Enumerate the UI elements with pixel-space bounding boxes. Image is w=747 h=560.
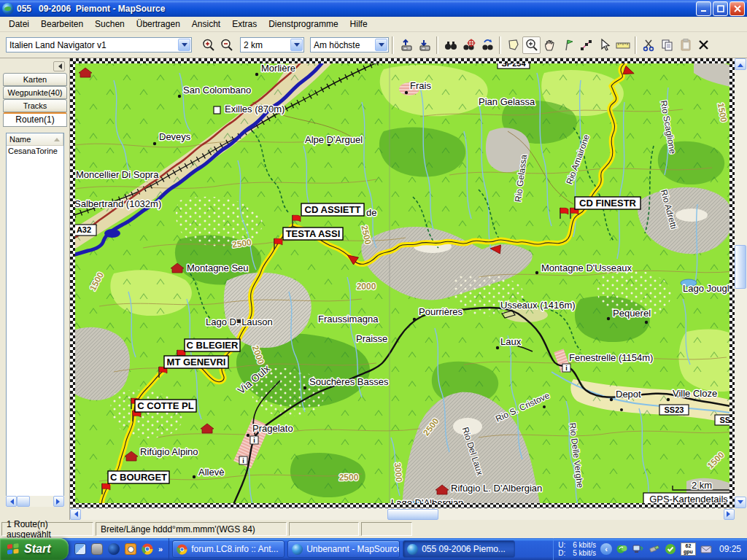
start-button[interactable]: Start [0,538,69,560]
messenger-icon[interactable] [74,543,86,555]
svg-text:i: i [253,437,255,444]
scroll-up-button[interactable] [735,58,746,70]
waypoint-label-c-cotte-pl: C COTTE PL [135,400,196,412]
svg-text:C BOURGET: C BOURGET [110,472,167,483]
scroll-thumb[interactable] [387,509,438,520]
maximize-button[interactable] [713,1,728,16]
chrome-icon[interactable] [142,543,153,555]
title-bar[interactable]: 055 09-2006 Piemont - MapSource [0,0,747,17]
zoom-tool-button[interactable] [522,36,541,54]
find-nearest-button[interactable] [460,36,478,54]
svg-text:Rifúgio L. D'Albergian: Rifúgio L. D'Albergian [451,483,542,494]
selection-tool-button[interactable] [595,36,614,54]
waypoint-label-c-blegier: C BLEGIER [185,339,240,351]
svg-text:MT GENEVRI: MT GENEVRI [167,357,226,368]
usb-device-icon[interactable] [649,543,660,555]
zoom-in-button[interactable] [199,36,217,54]
menu-bar: Datei Bearbeiten Suchen Übertragen Ansic… [0,17,747,32]
scroll-thumb[interactable] [735,245,746,289]
menu-bearbeiten[interactable]: Bearbeiten [35,18,89,31]
tab-tracks[interactable]: Tracks [3,99,67,112]
menu-uebertragen[interactable]: Übertragen [131,18,186,31]
sidebar-collapse-button[interactable] [53,61,65,71]
menu-suchen[interactable]: Suchen [89,18,131,31]
list-header[interactable]: Name [7,133,63,146]
route-tool-button[interactable] [577,36,595,54]
svg-text:Souchères Basses: Souchères Basses [309,376,389,387]
sidebar-horizontal-scrollbar[interactable] [6,496,64,507]
scroll-right-button[interactable] [724,509,735,520]
scroll-left-button[interactable] [6,496,17,507]
delete-button[interactable] [694,36,713,54]
task-button-mapsource-piemont[interactable]: 055 09-2006 Piemo... [403,540,515,558]
binoculars-arrow-icon [480,38,495,52]
map-polygon-icon [506,38,521,52]
mail-icon[interactable] [700,543,712,555]
map-product-select[interactable]: Italien Land Navigator v1 [6,37,192,52]
system-tray: U:6 kbit/s D:5 kbit/s ‹ 62gpu 09:25 [553,538,747,560]
waypoint-tool-button[interactable] [559,36,577,54]
dropdown-arrow-icon[interactable] [290,39,303,51]
map-detail-select[interactable]: Am höchste [310,37,389,52]
paste-button[interactable] [676,36,694,54]
svg-text:Fenestrelle (1154m): Fenestrelle (1154m) [569,352,653,363]
scroll-right-button[interactable] [53,496,64,507]
map-scale-select[interactable]: 2 km [240,37,304,52]
task-button-mapsource-unbenannt[interactable]: Unbenannt - MapSource [287,540,400,558]
task-button-browser[interactable]: forum.LC8.info :: Ant... [172,540,285,558]
antivirus-icon[interactable] [616,543,628,555]
menu-dienstprogramme[interactable]: Dienstprogramme [263,18,344,31]
map-horizontal-scrollbar[interactable] [70,508,735,520]
measure-tool-button[interactable] [614,36,632,54]
routes-list[interactable]: Name CesanaTorine [6,133,64,502]
receive-from-device-button[interactable] [415,36,433,54]
task-label: Unbenannt - MapSource [306,544,400,554]
mapsource-window: 055 09-2006 Piemont - MapSource Datei Be… [0,0,747,538]
find-next-button[interactable] [478,36,496,54]
map-canvas[interactable]: i i i 1500 2500 2500 2000 2000 2500 3000 [70,58,735,508]
route-list-item[interactable]: CesanaTorine [7,146,63,156]
cut-button[interactable] [640,36,658,54]
maximize-icon [716,4,725,13]
map-product-value: Italien Land Navigator v1 [9,40,107,50]
send-to-device-button[interactable] [397,36,415,54]
tray-collapse-chevron-icon[interactable]: ‹ [600,543,612,555]
upload-gps-icon [399,38,414,52]
map-detail-value: Am höchste [314,40,360,50]
tab-wegpunkte[interactable]: Wegpunkte(40) [3,86,67,99]
svg-text:CD FINESTR: CD FINESTR [579,198,637,209]
quick-launch-more-chevron[interactable]: » [158,545,163,553]
copy-button[interactable] [658,36,676,54]
menu-ansicht[interactable]: Ansicht [186,18,226,31]
scroll-down-button[interactable] [735,497,746,508]
close-button[interactable] [729,1,745,16]
find-button[interactable] [441,36,460,54]
status-field-empty [361,522,412,536]
map-select-tool-button[interactable] [504,36,522,54]
menu-hilfe[interactable]: Hilfe [344,18,374,31]
globe-icon[interactable] [108,543,120,555]
svg-text:Pragelato: Pragelato [252,423,293,434]
menu-datei[interactable]: Datei [3,18,35,31]
scroll-left-button[interactable] [70,509,81,520]
zoom-out-button[interactable] [217,36,236,54]
gray-app-icon[interactable] [91,543,103,555]
network-monitor-icon[interactable] [632,543,644,555]
status-bar: 1 Route(n) ausgewählt Breite/Länge hddd°… [0,520,747,538]
menu-extras[interactable]: Extras [226,18,263,31]
pan-tool-button[interactable] [541,36,559,54]
dropdown-arrow-icon[interactable] [375,39,387,51]
svg-text:Morlière: Morlière [261,63,295,74]
gpu-meter-badge[interactable]: 62gpu [681,542,696,556]
mapsource-globe-icon [2,3,14,15]
scroll-thumb[interactable] [17,496,30,507]
clock-app-icon[interactable] [125,543,136,555]
minimize-button[interactable] [696,1,711,16]
tab-routen[interactable]: Routen(1) [3,112,67,127]
svg-text:Pourrières: Pourrières [419,306,462,317]
map-vertical-scrollbar[interactable] [735,58,747,508]
hand-icon [543,38,557,52]
tab-karten[interactable]: Karten [3,73,67,86]
dropdown-arrow-icon[interactable] [178,39,190,51]
update-check-icon[interactable] [665,543,676,555]
